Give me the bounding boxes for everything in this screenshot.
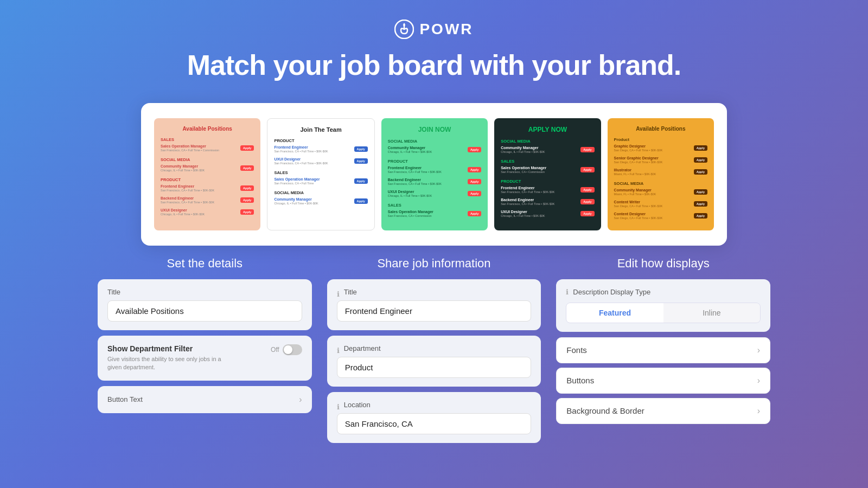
dept-filter-desc: Give visitors the ability to see only jo…	[107, 355, 227, 372]
fonts-arrow-icon: ›	[757, 345, 760, 355]
share-title-value[interactable]: Frontend Engineer	[337, 300, 532, 322]
card1-dept1: SALES	[161, 137, 254, 142]
desc-type-info-icon: ℹ	[566, 288, 569, 296]
title-label: Title	[107, 288, 302, 296]
preview-container: Available Positions SALES Sales Operatio…	[141, 103, 727, 246]
share-location-panel: ℹ Location San Francisco, CA	[327, 392, 541, 443]
logo-text: POWR	[419, 21, 473, 38]
card3-title: JOIN NOW	[388, 126, 481, 133]
fonts-panel[interactable]: Fonts ›	[556, 337, 770, 363]
display-heading: Edit how displays	[556, 256, 770, 271]
card1-title: Available Positions	[161, 126, 254, 132]
main-headline: Match your job board with your brand.	[0, 49, 868, 81]
share-dept-info-icon: ℹ	[337, 346, 340, 355]
buttons-panel[interactable]: Buttons ›	[556, 368, 770, 394]
card2-title: Join The Team	[274, 126, 367, 133]
background-panel[interactable]: Background & Border ›	[556, 398, 770, 424]
card5-title: Available Positions	[614, 126, 707, 132]
fonts-label: Fonts	[566, 345, 587, 355]
desc-type-panel: ℹ Description Display Type Featured Inli…	[556, 279, 770, 332]
featured-button[interactable]: Featured	[566, 303, 663, 323]
share-title-info-icon: ℹ	[337, 290, 340, 298]
share-dept-panel: ℹ Department Product	[327, 336, 541, 387]
inline-button[interactable]: Inline	[663, 303, 760, 323]
preview-card-orange: Available Positions Product Graphic Desi…	[608, 118, 714, 230]
share-title-label: Title	[344, 288, 357, 296]
preview-card-salmon: Available Positions SALES Sales Operatio…	[154, 118, 260, 230]
background-label: Background & Border	[566, 406, 644, 415]
button-text-arrow-icon: ›	[299, 395, 302, 404]
share-column: Share job information ℹ Title Frontend E…	[327, 256, 541, 448]
button-text-panel[interactable]: Button Text ›	[98, 386, 312, 413]
toggle-thumb	[284, 345, 292, 354]
buttons-arrow-icon: ›	[757, 376, 760, 386]
dept-filter-panel: Show Department Filter Give visitors the…	[98, 336, 312, 381]
share-location-label: Location	[344, 401, 371, 409]
share-heading: Share job information	[327, 256, 541, 271]
preview-card-white: Join The Team PRODUCT Frontend EngineerS…	[267, 118, 374, 230]
toggle-state: Off	[271, 346, 279, 354]
share-dept-value[interactable]: Product	[337, 357, 532, 378]
card4-title: APPLY NOW	[501, 126, 594, 133]
title-input[interactable]	[107, 300, 302, 322]
desc-type-label: Description Display Type	[573, 288, 650, 296]
title-panel: Title	[98, 279, 312, 330]
svg-point-1	[403, 24, 405, 26]
bottom-section: Set the details Title Show Department Fi…	[87, 256, 781, 448]
display-column: Edit how displays ℹ Description Display …	[556, 256, 770, 448]
background-arrow-icon: ›	[757, 406, 760, 416]
powr-logo-icon	[394, 20, 414, 39]
button-text-label: Button Text	[107, 395, 143, 403]
share-title-panel: ℹ Title Frontend Engineer	[327, 279, 541, 330]
share-location-value[interactable]: San Francisco, CA	[337, 413, 532, 434]
logo-area: POWR	[0, 20, 868, 39]
share-dept-label: Department	[344, 344, 381, 352]
dept-filter-label: Show Department Filter	[107, 344, 227, 353]
preview-card-dark: APPLY NOW SOCIAL MEDIA Community Manager…	[494, 118, 601, 230]
preview-card-green: JOIN NOW SOCIAL MEDIA Community ManagerC…	[381, 118, 488, 230]
display-type-buttons: Featured Inline	[566, 303, 761, 323]
details-heading: Set the details	[98, 256, 312, 271]
details-column: Set the details Title Show Department Fi…	[98, 256, 312, 448]
buttons-label: Buttons	[566, 376, 594, 385]
dept-filter-toggle[interactable]	[283, 344, 302, 355]
share-location-info-icon: ℹ	[337, 403, 340, 411]
